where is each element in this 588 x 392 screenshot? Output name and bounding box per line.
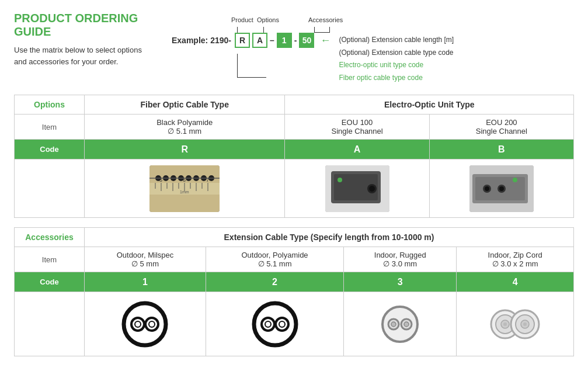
eou200-image bbox=[469, 165, 534, 212]
fiber-cable-image: 5 6 7 1mm bbox=[149, 165, 220, 212]
options-code-row: Code R A B bbox=[15, 140, 574, 159]
acc-code1-box: 1 bbox=[277, 33, 292, 48]
acc-code-2: 2 bbox=[206, 272, 343, 292]
eou200-code-cell: B bbox=[429, 140, 573, 159]
svg-point-43 bbox=[149, 321, 155, 327]
example-codes: Example: 2190- R A – 1 - 50 ← bbox=[172, 33, 330, 48]
cable-cross-4 bbox=[461, 301, 569, 348]
cable-3-svg bbox=[377, 301, 423, 348]
eou100-image bbox=[325, 165, 389, 212]
acc-code-4: 4 bbox=[457, 272, 574, 292]
diagram-tick-lines bbox=[231, 27, 574, 33]
svg-text:1mm: 1mm bbox=[180, 190, 189, 194]
accessories-header-row: Accessories Extension Cable Type (Specif… bbox=[15, 228, 574, 247]
acc-img-empty bbox=[15, 292, 85, 356]
fiber-img-cell: 5 6 7 1mm bbox=[85, 159, 285, 218]
svg-point-28 bbox=[338, 178, 342, 182]
acc-code-row: Code 1 2 3 4 bbox=[15, 272, 574, 292]
fiber-cable-svg: 5 6 7 1mm bbox=[149, 165, 220, 212]
example-prefix: Example: 2190- bbox=[172, 36, 231, 45]
options-col-header: Options bbox=[15, 95, 85, 115]
annotation-1: (Optional) Extension cable length [m] bbox=[339, 34, 454, 47]
label-accessories: Accessories bbox=[308, 16, 343, 23]
svg-point-46 bbox=[265, 321, 271, 327]
options-code-label: Code bbox=[15, 140, 85, 159]
acc-code-1: 1 bbox=[85, 272, 206, 292]
acc-item-1: Outdoor, Milspec∅ 5 mm bbox=[85, 247, 206, 272]
acc-code-label: Code bbox=[15, 272, 85, 292]
annotation-4: Fiber optic cable type code bbox=[339, 72, 454, 85]
ext-col-header: Extension Cable Type (Specify length fro… bbox=[85, 228, 574, 247]
svg-point-51 bbox=[391, 322, 396, 327]
title-desc: PRODUCT ORDERING GUIDE Use the matrix be… bbox=[14, 12, 148, 67]
options-code-box: A bbox=[252, 33, 267, 48]
fiber-item-cell: Black Polyamide∅ 5.1 mm bbox=[85, 115, 285, 140]
options-table: Options Fiber Optic Cable Type Electro-O… bbox=[14, 95, 574, 218]
acc-code2-box: 50 bbox=[299, 33, 314, 48]
svg-point-35 bbox=[485, 186, 489, 191]
options-img-empty bbox=[15, 159, 85, 218]
cable-cross-3 bbox=[349, 301, 451, 348]
cable-1-svg bbox=[121, 301, 168, 348]
diagram-labels: Product Options Accessories bbox=[231, 16, 574, 27]
annotation-2: (Optional) Extension cable type code bbox=[339, 47, 454, 60]
ordering-diagram: Product Options Accessories Example: 219… bbox=[172, 12, 574, 84]
svg-point-53 bbox=[404, 322, 409, 327]
page-title: PRODUCT ORDERING GUIDE bbox=[14, 12, 148, 39]
label-product: Product bbox=[231, 16, 253, 23]
acc-cable-4-cell bbox=[457, 292, 574, 356]
annotation-3: Electro-optic unit type code bbox=[339, 59, 454, 72]
acc-cable-3-cell bbox=[344, 292, 457, 356]
dash-separator: – bbox=[270, 36, 274, 45]
cable-2-svg bbox=[252, 301, 298, 348]
eou100-item-cell: EOU 100Single Channel bbox=[285, 115, 429, 140]
acc-item-3: Indoor, Rugged∅ 3.0 mm bbox=[344, 247, 457, 272]
acc-item-row: Item Outdoor, Milspec∅ 5 mm Outdoor, Pol… bbox=[15, 247, 574, 272]
electro-col-header: Electro-Optic Unit Type bbox=[285, 95, 574, 115]
page-desc: Use the matrix below to select optionsan… bbox=[14, 44, 148, 67]
label-options: Options bbox=[257, 16, 279, 23]
fiber-code-cell: R bbox=[85, 140, 285, 159]
options-table-header-row: Options Fiber Optic Cable Type Electro-O… bbox=[15, 95, 574, 115]
annotations: (Optional) Extension cable length [m] (O… bbox=[339, 34, 454, 84]
svg-point-57 bbox=[503, 322, 507, 326]
acc-img-row bbox=[15, 292, 574, 356]
options-item-label: Item bbox=[15, 115, 85, 140]
acc-item-4: Indoor, Zip Cord∅ 3.0 x 2 mm bbox=[457, 247, 574, 272]
header-section: PRODUCT ORDERING GUIDE Use the matrix be… bbox=[14, 12, 574, 84]
svg-point-30 bbox=[369, 186, 375, 192]
arrow-icon: ← bbox=[320, 34, 330, 47]
svg-point-37 bbox=[499, 186, 504, 191]
eou100-svg bbox=[325, 165, 389, 212]
cable-cross-2 bbox=[211, 301, 339, 348]
options-item-row: Item Black Polyamide∅ 5.1 mm EOU 100Sing… bbox=[15, 115, 574, 140]
accessories-table: Accessories Extension Cable Type (Specif… bbox=[14, 227, 574, 356]
eou200-item-cell: EOU 200Single Channel bbox=[429, 115, 573, 140]
example-row: Example: 2190- R A – 1 - 50 ← (Optional)… bbox=[172, 33, 574, 84]
product-code-box: R bbox=[235, 33, 250, 48]
dash-separator-2: - bbox=[294, 36, 297, 45]
acc-code-3: 3 bbox=[344, 272, 457, 292]
accessories-col-header: Accessories bbox=[15, 228, 85, 247]
acc-cable-2-cell bbox=[206, 292, 343, 356]
svg-point-38 bbox=[513, 178, 517, 182]
acc-item-2: Outdoor, Polyamide∅ 5.1 mm bbox=[206, 247, 343, 272]
eou200-img-cell bbox=[429, 159, 573, 218]
options-img-row: 5 6 7 1mm bbox=[15, 159, 574, 218]
acc-cable-1-cell bbox=[85, 292, 206, 356]
eou100-img-cell bbox=[285, 159, 429, 218]
svg-point-48 bbox=[279, 321, 285, 327]
eou100-code-cell: A bbox=[285, 140, 429, 159]
svg-point-61 bbox=[523, 322, 527, 326]
eou200-svg bbox=[469, 165, 534, 212]
acc-item-label: Item bbox=[15, 247, 85, 272]
fiber-col-header: Fiber Optic Cable Type bbox=[85, 95, 285, 115]
cable-cross-1 bbox=[89, 301, 201, 348]
cable-4-svg bbox=[489, 301, 541, 348]
svg-point-41 bbox=[135, 321, 141, 327]
